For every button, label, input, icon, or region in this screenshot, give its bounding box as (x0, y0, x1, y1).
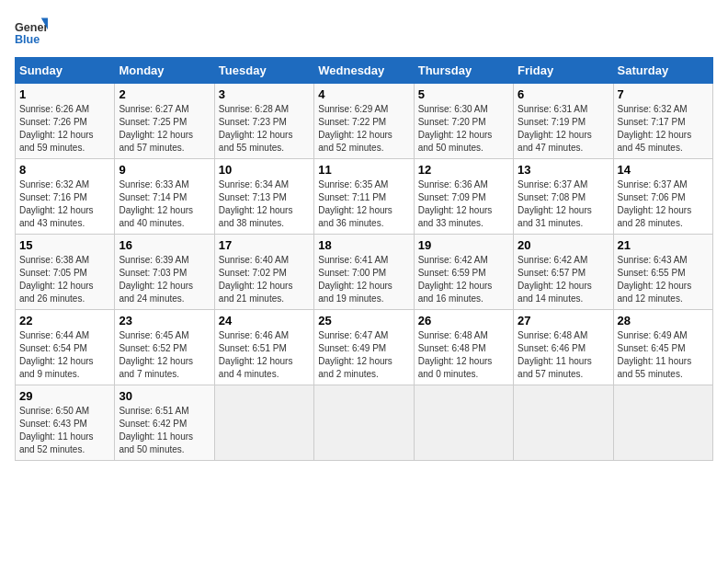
day-number: 6 (518, 87, 609, 101)
calendar-cell: 21Sunrise: 6:43 AMSunset: 6:55 PMDayligh… (613, 235, 712, 310)
day-number: 1 (19, 87, 110, 101)
calendar-cell (514, 385, 613, 461)
dow-header-wednesday: Wednesday (314, 58, 414, 84)
day-detail: Sunrise: 6:31 AMSunset: 7:19 PMDaylight:… (518, 103, 609, 155)
day-detail: Sunrise: 6:47 AMSunset: 6:49 PMDaylight:… (318, 329, 409, 381)
day-number: 24 (219, 314, 310, 327)
day-number: 25 (318, 314, 409, 327)
calendar-cell: 17Sunrise: 6:40 AMSunset: 7:02 PMDayligh… (214, 235, 313, 310)
calendar-cell (613, 385, 712, 461)
dow-header-sunday: Sunday (16, 58, 115, 84)
day-number: 20 (518, 238, 609, 252)
day-detail: Sunrise: 6:49 AMSunset: 6:45 PMDaylight:… (618, 329, 709, 381)
calendar-row: 22Sunrise: 6:44 AMSunset: 6:54 PMDayligh… (16, 310, 713, 385)
day-number: 19 (418, 238, 509, 252)
day-detail: Sunrise: 6:46 AMSunset: 6:51 PMDaylight:… (219, 329, 310, 381)
day-number: 29 (19, 389, 110, 403)
calendar-cell: 18Sunrise: 6:41 AMSunset: 7:00 PMDayligh… (314, 235, 414, 310)
day-number: 30 (119, 389, 210, 403)
calendar-cell: 24Sunrise: 6:46 AMSunset: 6:51 PMDayligh… (214, 310, 313, 385)
day-number: 14 (618, 163, 709, 177)
calendar-row: 15Sunrise: 6:38 AMSunset: 7:05 PMDayligh… (16, 235, 713, 310)
day-detail: Sunrise: 6:26 AMSunset: 7:26 PMDaylight:… (19, 103, 110, 155)
calendar-row: 8Sunrise: 6:32 AMSunset: 7:16 PMDaylight… (16, 159, 713, 235)
day-number: 16 (119, 238, 210, 252)
calendar-cell: 13Sunrise: 6:37 AMSunset: 7:08 PMDayligh… (514, 159, 613, 235)
calendar-cell: 15Sunrise: 6:38 AMSunset: 7:05 PMDayligh… (16, 235, 115, 310)
day-detail: Sunrise: 6:34 AMSunset: 7:13 PMDaylight:… (219, 178, 310, 230)
day-detail: Sunrise: 6:36 AMSunset: 7:09 PMDaylight:… (418, 178, 509, 230)
day-number: 7 (618, 87, 709, 101)
day-detail: Sunrise: 6:48 AMSunset: 6:48 PMDaylight:… (418, 329, 509, 381)
day-detail: Sunrise: 6:39 AMSunset: 7:03 PMDaylight:… (119, 254, 210, 305)
calendar-cell: 7Sunrise: 6:32 AMSunset: 7:17 PMDaylight… (613, 84, 712, 159)
calendar-cell (214, 385, 313, 461)
day-number: 5 (418, 87, 509, 101)
day-number: 4 (318, 87, 409, 101)
calendar-cell: 20Sunrise: 6:42 AMSunset: 6:57 PMDayligh… (514, 235, 613, 310)
day-detail: Sunrise: 6:32 AMSunset: 7:17 PMDaylight:… (618, 103, 709, 155)
dow-header-saturday: Saturday (613, 58, 712, 84)
day-detail: Sunrise: 6:42 AMSunset: 6:57 PMDaylight:… (518, 254, 609, 305)
day-number: 8 (19, 163, 110, 177)
day-number: 26 (418, 314, 509, 327)
day-number: 3 (219, 87, 310, 101)
calendar-table: SundayMondayTuesdayWednesdayThursdayFrid… (15, 57, 713, 461)
dow-header-friday: Friday (514, 58, 613, 84)
day-detail: Sunrise: 6:45 AMSunset: 6:52 PMDaylight:… (119, 329, 210, 381)
calendar-cell: 28Sunrise: 6:49 AMSunset: 6:45 PMDayligh… (613, 310, 712, 385)
calendar-cell: 25Sunrise: 6:47 AMSunset: 6:49 PMDayligh… (314, 310, 414, 385)
logo-icon: General Blue (15, 15, 48, 48)
day-detail: Sunrise: 6:37 AMSunset: 7:08 PMDaylight:… (518, 178, 609, 230)
calendar-cell: 19Sunrise: 6:42 AMSunset: 6:59 PMDayligh… (414, 235, 513, 310)
day-detail: Sunrise: 6:35 AMSunset: 7:11 PMDaylight:… (318, 178, 409, 230)
day-number: 18 (318, 238, 409, 252)
day-detail: Sunrise: 6:32 AMSunset: 7:16 PMDaylight:… (19, 178, 110, 230)
calendar-cell: 29Sunrise: 6:50 AMSunset: 6:43 PMDayligh… (16, 385, 115, 461)
day-detail: Sunrise: 6:51 AMSunset: 6:42 PMDaylight:… (119, 405, 210, 456)
calendar-cell: 10Sunrise: 6:34 AMSunset: 7:13 PMDayligh… (214, 159, 313, 235)
dow-header-tuesday: Tuesday (214, 58, 313, 84)
dow-header-thursday: Thursday (414, 58, 513, 84)
day-detail: Sunrise: 6:41 AMSunset: 7:00 PMDaylight:… (318, 254, 409, 305)
day-number: 27 (518, 314, 609, 327)
page-header: General Blue (15, 15, 713, 48)
calendar-cell: 5Sunrise: 6:30 AMSunset: 7:20 PMDaylight… (414, 84, 513, 159)
calendar-cell: 8Sunrise: 6:32 AMSunset: 7:16 PMDaylight… (16, 159, 115, 235)
day-detail: Sunrise: 6:28 AMSunset: 7:23 PMDaylight:… (219, 103, 310, 155)
day-number: 13 (518, 163, 609, 177)
day-number: 17 (219, 238, 310, 252)
calendar-row: 1Sunrise: 6:26 AMSunset: 7:26 PMDaylight… (16, 84, 713, 159)
svg-text:Blue: Blue (15, 33, 40, 46)
calendar-cell: 30Sunrise: 6:51 AMSunset: 6:42 PMDayligh… (115, 385, 214, 461)
day-number: 10 (219, 163, 310, 177)
calendar-cell: 26Sunrise: 6:48 AMSunset: 6:48 PMDayligh… (414, 310, 513, 385)
calendar-cell: 12Sunrise: 6:36 AMSunset: 7:09 PMDayligh… (414, 159, 513, 235)
calendar-cell: 4Sunrise: 6:29 AMSunset: 7:22 PMDaylight… (314, 84, 414, 159)
day-detail: Sunrise: 6:42 AMSunset: 6:59 PMDaylight:… (418, 254, 509, 305)
day-number: 23 (119, 314, 210, 327)
day-number: 12 (418, 163, 509, 177)
calendar-cell: 11Sunrise: 6:35 AMSunset: 7:11 PMDayligh… (314, 159, 414, 235)
calendar-cell: 22Sunrise: 6:44 AMSunset: 6:54 PMDayligh… (16, 310, 115, 385)
calendar-cell: 2Sunrise: 6:27 AMSunset: 7:25 PMDaylight… (115, 84, 214, 159)
dow-header-monday: Monday (115, 58, 214, 84)
day-number: 2 (119, 87, 210, 101)
day-detail: Sunrise: 6:33 AMSunset: 7:14 PMDaylight:… (119, 178, 210, 230)
day-detail: Sunrise: 6:37 AMSunset: 7:06 PMDaylight:… (618, 178, 709, 230)
day-number: 9 (119, 163, 210, 177)
calendar-cell: 3Sunrise: 6:28 AMSunset: 7:23 PMDaylight… (214, 84, 313, 159)
day-number: 21 (618, 238, 709, 252)
day-detail: Sunrise: 6:50 AMSunset: 6:43 PMDaylight:… (19, 405, 110, 456)
day-detail: Sunrise: 6:44 AMSunset: 6:54 PMDaylight:… (19, 329, 110, 381)
calendar-cell: 16Sunrise: 6:39 AMSunset: 7:03 PMDayligh… (115, 235, 214, 310)
logo: General Blue (15, 15, 51, 48)
calendar-cell: 27Sunrise: 6:48 AMSunset: 6:46 PMDayligh… (514, 310, 613, 385)
calendar-cell: 1Sunrise: 6:26 AMSunset: 7:26 PMDaylight… (16, 84, 115, 159)
day-number: 15 (19, 238, 110, 252)
calendar-row: 29Sunrise: 6:50 AMSunset: 6:43 PMDayligh… (16, 385, 713, 461)
calendar-cell (414, 385, 513, 461)
day-detail: Sunrise: 6:29 AMSunset: 7:22 PMDaylight:… (318, 103, 409, 155)
calendar-cell (314, 385, 414, 461)
day-number: 11 (318, 163, 409, 177)
